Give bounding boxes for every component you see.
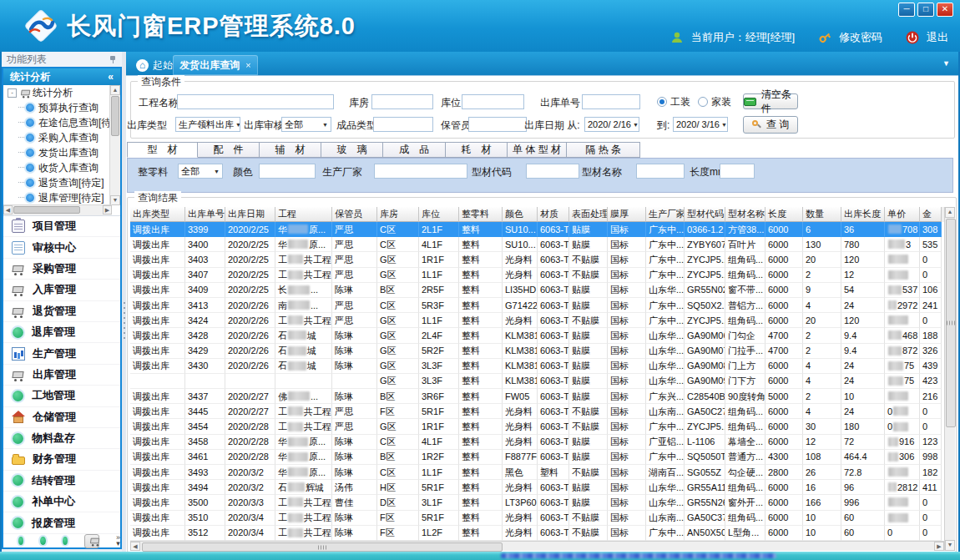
sidebar-item-return-warehouse[interactable]: 退库管理 xyxy=(3,322,120,343)
table-row[interactable]: 调拨出库34932020/3/2华原...陈琳C区1L1F整料黑色塑料不贴膜国标… xyxy=(130,465,942,480)
order-no-input[interactable] xyxy=(582,94,640,109)
sidebar-item-site[interactable]: 工地管理 xyxy=(3,386,120,406)
table-row[interactable]: 调拨出库34002020/2/25华原...严思C区4L1F整料SU10...6… xyxy=(130,237,942,252)
table-row[interactable]: 调拨出库34032020/2/25工共工程严思G区1R1F整料光身料6063-T… xyxy=(130,252,942,267)
table-row[interactable]: 调拨出库35002020/3/3工共工程曹佳D区3L1F整料LT3P606063… xyxy=(130,495,942,510)
pin-icon[interactable] xyxy=(109,55,117,64)
tool-dot-icon[interactable] xyxy=(18,537,23,545)
color-input[interactable] xyxy=(259,164,316,179)
sidebar-item-inventory[interactable]: 物料盘存 xyxy=(3,428,120,449)
column-header-order-no[interactable]: 出库单号 xyxy=(185,207,225,222)
radio-industrial[interactable]: 工装 xyxy=(657,95,690,108)
table-row[interactable]: 调拨出库34072020/2/25工共工程严思G区1L1F整料光身料6063-T… xyxy=(130,268,942,283)
tool-dot-icon[interactable] xyxy=(63,537,68,545)
sidebar-item-production[interactable]: 生产管理 xyxy=(3,343,120,364)
column-header-qty[interactable]: 数量 xyxy=(803,207,841,222)
tree-item-ship-out-query[interactable]: 发货出库查询 xyxy=(3,145,110,160)
table-vscroll-thumb[interactable] xyxy=(946,219,956,427)
sidebar-item-warehouse[interactable]: 仓储管理 xyxy=(3,407,120,428)
chevron-down-icon[interactable]: ▼ xyxy=(942,59,950,68)
tree-item-purchase-in-query[interactable]: 采购入库查询 xyxy=(3,130,110,145)
warehouse-input[interactable] xyxy=(371,94,433,109)
date-to-select[interactable]: 2020/ 3/16▼ xyxy=(673,117,728,132)
material-tab-4[interactable]: 成 品 xyxy=(383,142,446,158)
product-type-input[interactable] xyxy=(373,117,433,132)
table-row[interactable]: 调拨出库34372020/2/27佛...陈琳B区3R6F整料FW056063-… xyxy=(130,389,942,404)
radio-home[interactable]: 家装 xyxy=(698,95,731,108)
whole-part-select[interactable]: 全部▼ xyxy=(178,164,223,179)
table-row[interactable]: 调拨出库34132020/2/26南...严思C区5R3F整料G71422606… xyxy=(130,298,942,313)
column-header-project[interactable]: 工程 xyxy=(275,207,332,222)
close-button[interactable]: ✕ xyxy=(937,3,953,17)
project-name-input[interactable] xyxy=(177,94,334,109)
column-header-code[interactable]: 型材代码 xyxy=(685,207,725,222)
maximize-button[interactable]: □ xyxy=(917,3,934,17)
tree-item-return-query[interactable]: 退货查询[待定] xyxy=(3,175,110,190)
close-tab-icon[interactable]: × xyxy=(245,60,250,70)
table-row[interactable]: 调拨出库34292020/2/26石城陈琳G区5R2F整料KLM38176063… xyxy=(130,344,942,359)
logout-link[interactable]: 退出 xyxy=(927,30,948,45)
column-header-keeper[interactable]: 保管员 xyxy=(332,207,377,222)
profile-code-input[interactable] xyxy=(526,164,579,179)
column-header-material[interactable]: 材质 xyxy=(538,207,569,222)
cart-tool-button[interactable] xyxy=(84,534,99,548)
tree-root[interactable]: -统计分析 xyxy=(3,85,110,100)
tree-item-budget-exec-query[interactable]: 预算执行查询 xyxy=(3,100,110,115)
collapse-icon[interactable]: « xyxy=(108,71,114,83)
column-header-date[interactable]: 出库日期 xyxy=(225,207,275,222)
sidebar-item-scrap[interactable]: 报废管理 xyxy=(3,512,120,533)
scroll-left-icon[interactable]: ◀ xyxy=(3,205,13,214)
table-row[interactable]: 调拨出库34542020/2/28工共工程严思G区1R1F整料光身料6063-T… xyxy=(130,419,942,434)
tree-item-in-transit-query[interactable]: 在途信息查询[待 xyxy=(3,115,110,130)
sidebar-section-header[interactable]: 统计分析 « xyxy=(3,68,120,85)
table-row[interactable]: 调拨出库33992020/2/25华原...严思C区2L1F整料SU10...6… xyxy=(130,222,942,237)
minimize-button[interactable]: ─ xyxy=(898,3,915,17)
scroll-up-icon[interactable]: ▲ xyxy=(945,207,955,218)
manufacturer-input[interactable] xyxy=(374,164,467,179)
scroll-down-icon[interactable]: ▼ xyxy=(945,540,955,551)
tree-hscroll-thumb[interactable] xyxy=(13,206,80,214)
tree-vertical-scrollbar[interactable]: ▲ ▼ xyxy=(109,85,120,205)
table-row[interactable]: 调拨出库34092020/2/25长...陈琳B区2R5F整料LI35HD606… xyxy=(130,283,942,298)
change-password-link[interactable]: 修改密码 xyxy=(839,30,882,45)
column-header-surface[interactable]: 表面处理 xyxy=(569,207,608,222)
column-header-maker[interactable]: 生产厂家 xyxy=(646,207,685,222)
tree-horizontal-scrollbar[interactable]: ◀ ▶ xyxy=(3,204,112,215)
material-tab-0[interactable]: 型 材 xyxy=(127,142,198,158)
column-header-amount[interactable]: 金 xyxy=(920,207,942,222)
sidebar-item-outbound[interactable]: 出库管理 xyxy=(3,365,120,386)
table-row[interactable]: 调拨出库34302020/2/26石城陈琳G区3L3F整料KLM38176063… xyxy=(130,359,942,374)
column-header-warehouse[interactable]: 库房 xyxy=(377,207,419,222)
table-row[interactable]: G区3L3F整料KLM38176063-T5贴膜国标山东华...GA90M09.… xyxy=(130,374,942,389)
column-header-type[interactable]: 出库类型 xyxy=(130,207,185,222)
table-row[interactable]: 调拨出库34582020/2/28华原...陈琳C区4L1F整料光身料6063-… xyxy=(130,435,942,450)
column-header-slot[interactable]: 库位 xyxy=(419,207,459,222)
material-tab-2[interactable]: 辅 材 xyxy=(260,142,321,158)
material-tab-7[interactable]: 隔 热 条 xyxy=(567,142,640,158)
table-vertical-scrollbar[interactable]: ▲ ▼ xyxy=(944,207,955,551)
outbound-type-select[interactable]: 生产领料出库▼ xyxy=(175,117,240,132)
profile-name-input[interactable] xyxy=(636,164,685,179)
sidebar-item-audit[interactable]: 审核中心 xyxy=(3,237,120,258)
more-tools-button[interactable]: »▾ xyxy=(116,535,120,547)
tree-item-return-warehouse[interactable]: 退库管理[待定] xyxy=(3,190,110,205)
scroll-right-icon[interactable]: ▶ xyxy=(103,205,112,214)
table-horizontal-scrollbar[interactable]: ◀ ▶ xyxy=(130,541,944,551)
table-row[interactable]: 调拨出库35122020/3/4工共工程陈琳F区1L2F整料光身料6063-T5… xyxy=(130,526,942,541)
keeper-input[interactable] xyxy=(468,117,527,132)
search-button[interactable]: 查 询 xyxy=(743,116,798,134)
sidebar-item-finance[interactable]: 财务管理 xyxy=(3,449,120,470)
outbound-audit-select[interactable]: 全部▼ xyxy=(281,117,331,132)
column-header-color[interactable]: 颜色 xyxy=(503,207,538,222)
material-tab-3[interactable]: 玻 璃 xyxy=(321,142,383,158)
expander-icon[interactable]: - xyxy=(8,88,17,98)
slot-input[interactable] xyxy=(462,94,524,109)
column-header-film[interactable]: 膜厚 xyxy=(608,207,646,222)
tab-shipment-outbound-query[interactable]: 发货出库查询 × xyxy=(173,55,258,75)
sidebar-item-project[interactable]: 项目管理 xyxy=(3,216,120,237)
table-row[interactable]: 调拨出库35102020/3/4工共工程陈琳F区5R1F整料光身料6063-T5… xyxy=(130,511,942,526)
column-header-price[interactable]: 单价 xyxy=(885,207,920,222)
material-tab-6[interactable]: 单 体 型 材 xyxy=(508,142,567,158)
material-tab-5[interactable]: 耗 材 xyxy=(446,142,508,158)
table-row[interactable]: 调拨出库34452020/2/27工共工程严思F区5R1F整料光身料6063-T… xyxy=(130,404,942,419)
